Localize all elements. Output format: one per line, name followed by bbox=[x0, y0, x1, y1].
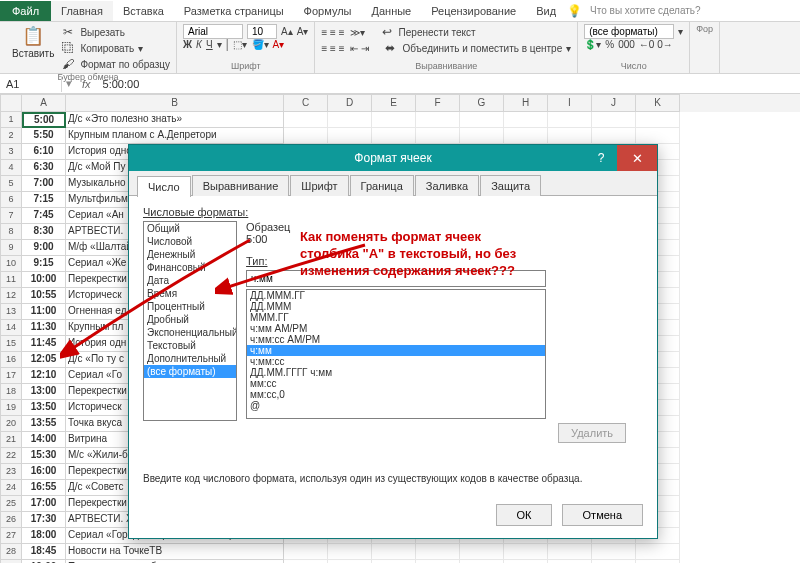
row-header[interactable]: 12 bbox=[0, 288, 22, 304]
cancel-button[interactable]: Отмена bbox=[562, 504, 643, 526]
help-button[interactable]: ? bbox=[585, 145, 617, 171]
cell[interactable]: Крупным планом с А.Депретори bbox=[66, 128, 284, 144]
category-item[interactable]: Общий bbox=[144, 222, 236, 235]
cell[interactable]: 11:30 bbox=[22, 320, 66, 336]
category-item[interactable]: Финансовый bbox=[144, 261, 236, 274]
cell[interactable] bbox=[636, 112, 680, 128]
fx-icon[interactable]: fx bbox=[76, 78, 97, 90]
cell[interactable] bbox=[328, 112, 372, 128]
category-item[interactable]: (все форматы) bbox=[144, 365, 236, 378]
cell[interactable]: 7:45 bbox=[22, 208, 66, 224]
format-item[interactable]: ДД.МММ bbox=[247, 301, 545, 312]
cell[interactable] bbox=[548, 112, 592, 128]
file-menu[interactable]: Файл bbox=[0, 1, 51, 21]
row-header[interactable]: 14 bbox=[0, 320, 22, 336]
cell[interactable]: 8:30 bbox=[22, 224, 66, 240]
cell[interactable]: 5:00 bbox=[22, 112, 66, 128]
format-list[interactable]: ДД.МММ.ГГДД.ММММММ.ГГч:мм AM/PMч:мм:сс A… bbox=[246, 289, 546, 419]
inc-dec-icon[interactable]: ←0 0→ bbox=[639, 39, 673, 50]
format-item[interactable]: ч:мм AM/PM bbox=[247, 323, 545, 334]
cell[interactable] bbox=[592, 128, 636, 144]
row-header[interactable]: 21 bbox=[0, 432, 22, 448]
cell[interactable] bbox=[504, 112, 548, 128]
ok-button[interactable]: ОК bbox=[496, 504, 553, 526]
row-header[interactable]: 18 bbox=[0, 384, 22, 400]
row-header[interactable]: 4 bbox=[0, 160, 22, 176]
category-item[interactable]: Дополнительный bbox=[144, 352, 236, 365]
cell[interactable]: 13:55 bbox=[22, 416, 66, 432]
row-header[interactable]: 23 bbox=[0, 464, 22, 480]
cell[interactable] bbox=[504, 128, 548, 144]
row-header[interactable]: 22 bbox=[0, 448, 22, 464]
tab-insert[interactable]: Вставка bbox=[113, 1, 174, 21]
tab-data[interactable]: Данные bbox=[361, 1, 421, 21]
cell[interactable] bbox=[372, 112, 416, 128]
cell[interactable]: Д/с «Это полезно знать» bbox=[66, 112, 284, 128]
copy-button[interactable]: ⿻Копировать ▾ bbox=[60, 40, 170, 56]
formula-input[interactable]: 5:00:00 bbox=[97, 76, 800, 92]
row-header[interactable]: 27 bbox=[0, 528, 22, 544]
row-header[interactable]: 3 bbox=[0, 144, 22, 160]
shrink-font-icon[interactable]: A▾ bbox=[297, 26, 309, 37]
cell[interactable]: 11:00 bbox=[22, 304, 66, 320]
number-format-combo[interactable] bbox=[584, 24, 674, 39]
cell[interactable]: 14:00 bbox=[22, 432, 66, 448]
cell[interactable]: 12:10 bbox=[22, 368, 66, 384]
underline-button[interactable]: Ч bbox=[206, 39, 213, 50]
font-color-icon[interactable]: A▾ bbox=[273, 39, 285, 50]
select-all-corner[interactable] bbox=[0, 94, 22, 112]
cell[interactable]: 10:00 bbox=[22, 272, 66, 288]
row-header[interactable]: 13 bbox=[0, 304, 22, 320]
cell[interactable]: 12:05 bbox=[22, 352, 66, 368]
category-item[interactable]: Процентный bbox=[144, 300, 236, 313]
cell[interactable] bbox=[504, 544, 548, 560]
cell[interactable] bbox=[372, 544, 416, 560]
cell[interactable]: 16:55 bbox=[22, 480, 66, 496]
currency-icon[interactable]: 💲▾ bbox=[584, 39, 601, 50]
grow-font-icon[interactable]: A▴ bbox=[281, 26, 293, 37]
format-item[interactable]: ДД.МММ.ГГ bbox=[247, 290, 545, 301]
format-item[interactable]: мм:сс,0 bbox=[247, 389, 545, 400]
dropdown-icon[interactable]: ▾ bbox=[62, 77, 76, 90]
tab-protection[interactable]: Защита bbox=[480, 175, 541, 196]
col-header[interactable]: D bbox=[328, 94, 372, 112]
cell[interactable] bbox=[284, 112, 328, 128]
category-item[interactable]: Время bbox=[144, 287, 236, 300]
tell-me[interactable]: Что вы хотите сделать? bbox=[582, 5, 709, 16]
cell[interactable] bbox=[416, 112, 460, 128]
category-item[interactable]: Экспоненциальный bbox=[144, 326, 236, 339]
cell[interactable]: 5:50 bbox=[22, 128, 66, 144]
cell[interactable]: 9:00 bbox=[22, 240, 66, 256]
row-header[interactable]: 15 bbox=[0, 336, 22, 352]
cell[interactable]: 17:30 bbox=[22, 512, 66, 528]
delete-button[interactable]: Удалить bbox=[558, 423, 626, 443]
cell[interactable]: 10:55 bbox=[22, 288, 66, 304]
cell[interactable] bbox=[460, 112, 504, 128]
paste-button[interactable]: 📋Вставить bbox=[6, 24, 60, 72]
category-item[interactable]: Дробный bbox=[144, 313, 236, 326]
row-header[interactable]: 26 bbox=[0, 512, 22, 528]
close-button[interactable]: ✕ bbox=[617, 145, 657, 171]
tab-review[interactable]: Рецензирование bbox=[421, 1, 526, 21]
cell[interactable] bbox=[416, 544, 460, 560]
format-item[interactable]: ч:мм:сс AM/PM bbox=[247, 334, 545, 345]
category-list[interactable]: ОбщийЧисловойДенежныйФинансовыйДатаВремя… bbox=[143, 221, 237, 421]
cell[interactable] bbox=[636, 128, 680, 144]
cell[interactable]: 6:10 bbox=[22, 144, 66, 160]
tab-font[interactable]: Шрифт bbox=[290, 175, 348, 196]
merge-center[interactable]: Объединить и поместить в центре bbox=[402, 43, 562, 54]
bold-button[interactable]: Ж bbox=[183, 39, 192, 50]
category-item[interactable]: Дата bbox=[144, 274, 236, 287]
format-item[interactable]: ДД.ММ.ГГГГ ч:мм bbox=[247, 367, 545, 378]
cell[interactable]: Новости на ТочкеТВ bbox=[66, 544, 284, 560]
cell[interactable] bbox=[284, 128, 328, 144]
col-header[interactable]: E bbox=[372, 94, 416, 112]
font-size[interactable] bbox=[247, 24, 277, 39]
col-header[interactable]: C bbox=[284, 94, 328, 112]
col-header[interactable]: I bbox=[548, 94, 592, 112]
category-item[interactable]: Числовой bbox=[144, 235, 236, 248]
tab-alignment[interactable]: Выравнивание bbox=[192, 175, 290, 196]
cell[interactable] bbox=[328, 128, 372, 144]
row-header[interactable]: 9 bbox=[0, 240, 22, 256]
col-header[interactable]: A bbox=[22, 94, 66, 112]
